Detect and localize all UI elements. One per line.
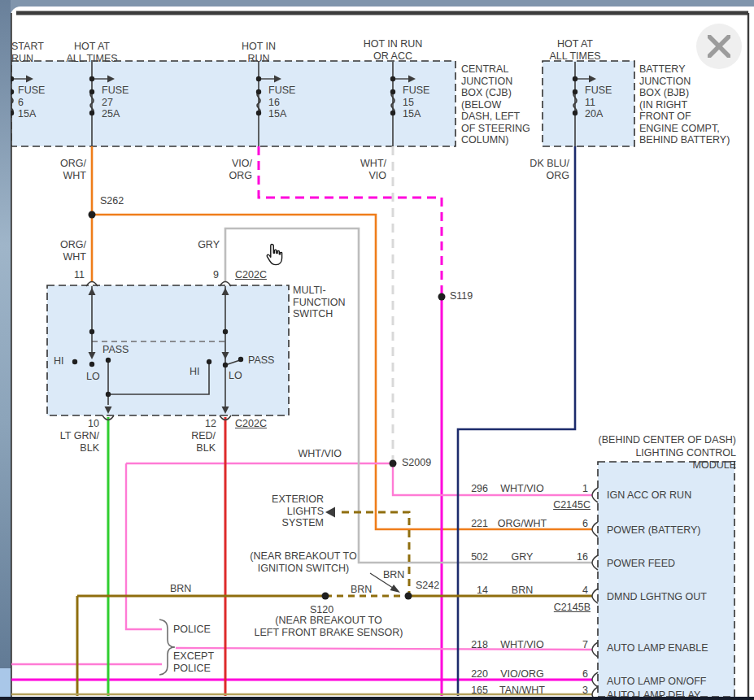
label-lo_l: LO <box>86 371 106 383</box>
label-hot27: HOT AT ALL TIMES <box>57 41 127 64</box>
label-lo_r: LO <box>229 370 248 382</box>
junction-dot-15 <box>89 211 96 219</box>
label-r165_c: TAN/WHT <box>491 685 553 697</box>
junction-dot-27 <box>238 357 243 362</box>
label-fuse16: FUSE 16 15A <box>268 85 309 120</box>
window-bottom-edge <box>0 697 754 700</box>
cursor-hand-icon <box>264 242 285 267</box>
label-vioorg1: VIO/ ORG <box>213 158 252 181</box>
label-cjb: CENTRAL JUNCTION BOX (CJB) (BELOW DASH, … <box>461 63 541 146</box>
label-orgwht1: ORG/ WHT <box>47 158 86 181</box>
label-hi_l: HI <box>54 355 70 367</box>
lcm-pin1-bump <box>592 488 598 502</box>
label-r165_n: 165 <box>460 685 488 697</box>
junction-dot-10 <box>390 89 395 94</box>
scroll-corner[interactable] <box>0 668 11 698</box>
label-ltgrnblk: LT GRN/ BLK <box>49 430 99 454</box>
junction-dot-24 <box>89 362 94 367</box>
lcm-pin6-bump <box>592 522 598 537</box>
label-r296_n: 296 <box>460 483 488 495</box>
junction-dot-21 <box>223 329 228 334</box>
label-s262: S262 <box>100 195 141 207</box>
label-fuse27: FUSE 27 25A <box>102 85 142 120</box>
label-m_enable: AUTO LAMP ENABLE <box>607 642 729 654</box>
junction-dot-3 <box>89 76 94 81</box>
label-c2145c: C2145C <box>543 499 591 511</box>
label-m_pwr: POWER (BATTERY) <box>607 524 729 537</box>
junction-dot-7 <box>256 89 261 94</box>
label-r221_c: ORG/WHT <box>491 518 553 530</box>
label-dkbluorg: DK BLU/ ORG <box>514 158 569 181</box>
label-r502_c: GRY <box>491 551 553 563</box>
label-r14_p: 4 <box>572 585 588 597</box>
label-pass_l: PASS <box>102 344 137 356</box>
label-hot16: HOT IN RUN <box>224 41 294 64</box>
label-r220_p: 6 <box>572 668 588 680</box>
label-m_ign: IGN ACC OR RUN <box>607 489 729 502</box>
label-r502_p: 16 <box>572 551 588 563</box>
lcm-pin16-bump <box>592 555 598 570</box>
label-pass_r: PASS <box>248 354 282 367</box>
label-behind_dash: (BEHIND CENTER OF DASH) <box>595 434 736 446</box>
close-icon <box>708 35 730 58</box>
junction-dot-23 <box>106 358 111 363</box>
label-except: EXCEPT POLICE <box>173 650 222 674</box>
label-m_feed: POWER FEED <box>607 558 729 570</box>
label-s2009: S2009 <box>402 457 444 469</box>
label-r296_c: WHT/VIO <box>491 483 553 495</box>
label-s242: S242 <box>416 580 451 592</box>
label-r165_p: 3 <box>572 685 588 697</box>
label-hot15: HOT IN RUN OR ACC <box>352 38 434 62</box>
label-pin9: 9 <box>198 269 219 281</box>
label-hot11: HOT AT ALL TIMES <box>540 38 610 62</box>
label-r218_n: 218 <box>460 639 488 651</box>
close-button[interactable] <box>696 24 742 69</box>
label-orgwht2: ORG/ WHT <box>47 239 86 263</box>
label-r221_p: 6 <box>572 518 588 530</box>
label-m_dmnd: DMND LGHTNG OUT <box>607 591 729 603</box>
label-fuse6: FUSE 6 15A <box>18 85 59 120</box>
junction-dot-26 <box>223 363 228 367</box>
label-fuse11: FUSE 11 20A <box>585 85 625 120</box>
label-redblk: RED/ BLK <box>175 430 216 454</box>
central-junction-box <box>11 61 455 146</box>
junction-dot-25 <box>207 359 211 364</box>
label-r220_n: 220 <box>460 668 488 680</box>
window-left-border <box>0 0 11 700</box>
label-m_onoff: AUTO LAMP ON/OFF <box>607 676 729 688</box>
junction-dot-14 <box>573 111 577 115</box>
label-hi_r: HI <box>190 366 206 378</box>
label-mfs: MULTI- FUNCTION SWITCH <box>293 285 358 320</box>
junction-dot-22 <box>72 359 77 364</box>
exterior-lights-arrow <box>325 507 335 518</box>
label-r14_n: 14 <box>460 585 488 597</box>
label-c202c_b: C202C <box>235 418 277 430</box>
multi-function-switch-box <box>47 285 289 415</box>
label-nb_brake: (NEAR BREAKOUT TO LEFT FRONT BRAKE SENSO… <box>242 615 415 638</box>
label-ext_sys: EXTERIOR LIGHTS SYSTEM <box>249 493 324 529</box>
label-r502_n: 502 <box>460 551 488 563</box>
junction-dot-4 <box>89 89 94 94</box>
label-gry: GRY <box>185 239 220 251</box>
label-pin10: 10 <box>78 418 99 430</box>
junction-dot-20 <box>89 329 94 334</box>
label-r218_p: 7 <box>572 639 588 651</box>
label-pin11: 11 <box>63 269 85 281</box>
junction-dot-6 <box>256 76 261 81</box>
label-s119: S119 <box>450 290 487 302</box>
label-brn_left: BRN <box>170 583 198 595</box>
junction-dot-9 <box>390 76 395 81</box>
lcm-pin7-bump <box>592 642 598 657</box>
dk-blu-org-wire <box>458 146 575 696</box>
lcm-pin4-bump <box>592 589 598 603</box>
junction-dot-16 <box>438 293 446 301</box>
label-whtvio1: WHT/ VIO <box>347 158 386 181</box>
junction-dot-11 <box>390 111 395 115</box>
wht-vio-left-drop <box>126 463 162 629</box>
label-start_run: START RUN <box>11 41 54 64</box>
label-brn_mid: BRN <box>351 584 378 596</box>
lcm-pin6b-bump <box>592 672 598 687</box>
label-r220_c: VIO/ORG <box>491 668 553 680</box>
junction-dot-19 <box>405 593 412 600</box>
junction-dot-13 <box>573 89 577 94</box>
